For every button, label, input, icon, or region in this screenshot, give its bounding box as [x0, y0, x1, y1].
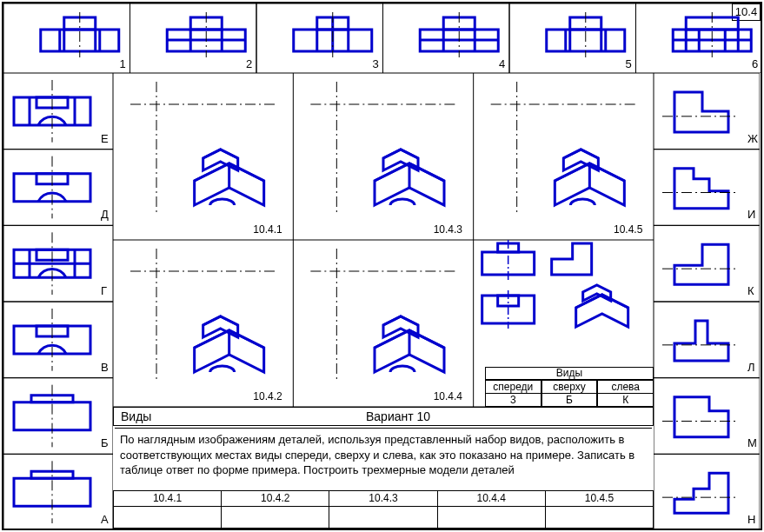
svg-text:10.4.3: 10.4.3	[434, 223, 463, 236]
svg-text:Н: Н	[747, 513, 755, 526]
right-column: ЖИКЛМН	[654, 73, 760, 530]
svg-rect-25	[509, 3, 636, 73]
center-grid: 10.4.110.4.310.4.510.4.210.4.4	[113, 73, 654, 407]
svg-rect-13	[256, 3, 383, 73]
views-col-value: Б	[542, 394, 597, 406]
views-col-header: сверху	[542, 381, 597, 394]
top-row: 123456	[3, 3, 762, 73]
header-right: Вариант 10	[366, 409, 430, 423]
svg-text:И: И	[747, 208, 755, 221]
svg-text:М: М	[747, 436, 757, 449]
instruction-block: По наглядным изображениям деталей, испол…	[115, 428, 652, 490]
answer-col-header: 10.4.1	[114, 491, 221, 507]
svg-rect-19	[383, 3, 510, 73]
views-col: сверхуБ	[541, 380, 598, 407]
answer-col-header: 10.4.2	[222, 491, 329, 507]
svg-text:Б: Б	[101, 436, 109, 449]
views-col-value: 3	[486, 394, 541, 406]
views-col-header: спереди	[486, 381, 541, 394]
svg-rect-40	[3, 73, 113, 150]
views-col-value: К	[598, 394, 653, 406]
instruction-text: По наглядным изображениям деталей, испол…	[115, 429, 652, 482]
left-column: ЕДГВБА	[3, 73, 113, 530]
svg-rect-79	[654, 378, 760, 455]
answer-col-blank[interactable]	[438, 507, 545, 528]
svg-rect-7	[130, 3, 257, 73]
svg-rect-45	[3, 150, 113, 226]
svg-text:4: 4	[499, 57, 505, 70]
answer-col-blank[interactable]	[329, 507, 436, 528]
answer-col-header: 10.4.5	[546, 491, 653, 507]
svg-rect-71	[654, 225, 760, 302]
svg-text:2: 2	[246, 57, 252, 70]
svg-text:6: 6	[752, 57, 758, 70]
header-left: Виды	[121, 409, 151, 423]
answer-col-blank[interactable]	[546, 507, 653, 528]
answer-col-blank[interactable]	[222, 507, 329, 528]
svg-text:10.4.5: 10.4.5	[614, 223, 643, 236]
svg-text:Г: Г	[101, 284, 107, 297]
svg-text:Д: Д	[101, 208, 109, 221]
svg-text:1: 1	[120, 57, 126, 70]
svg-text:Л: Л	[747, 361, 755, 374]
svg-text:10.4.1: 10.4.1	[253, 223, 282, 236]
svg-text:3: 3	[373, 57, 379, 70]
svg-text:А: А	[101, 513, 109, 526]
svg-rect-0	[3, 3, 130, 73]
svg-text:5: 5	[626, 57, 632, 70]
answer-col-header: 10.4.4	[438, 491, 545, 507]
svg-rect-67	[654, 150, 760, 226]
views-col: слеваК	[597, 380, 654, 407]
answer-col-blank[interactable]	[114, 507, 221, 528]
svg-rect-57	[3, 378, 113, 455]
views-col-header: слева	[598, 381, 653, 394]
svg-text:10.4.4: 10.4.4	[434, 390, 463, 402]
svg-text:10.4.2: 10.4.2	[253, 390, 282, 402]
svg-text:К: К	[747, 284, 754, 297]
views-table-title: Виды	[485, 367, 654, 380]
views-col: спереди3	[485, 380, 541, 407]
answer-col-header: 10.4.3	[329, 491, 436, 507]
svg-text:В: В	[101, 361, 109, 374]
svg-rect-60	[3, 454, 113, 530]
header-strip: Виды Вариант 10	[113, 407, 654, 426]
svg-text:Е: Е	[101, 132, 109, 145]
svg-rect-54	[3, 302, 113, 378]
svg-text:Ж: Ж	[747, 132, 758, 145]
answer-row: 10.4.110.4.210.4.310.4.410.4.5	[113, 490, 654, 529]
views-table: Виды спереди3сверхуБслеваК	[485, 367, 654, 407]
svg-rect-83	[654, 454, 760, 530]
